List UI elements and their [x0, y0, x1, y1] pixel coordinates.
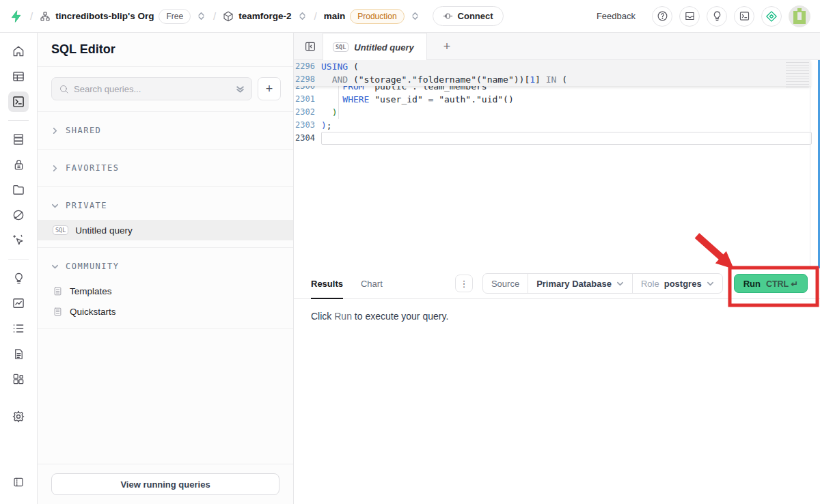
- line-number: 2301: [294, 93, 321, 106]
- help-button[interactable]: [652, 6, 672, 27]
- section-shared-label: SHARED: [66, 126, 101, 135]
- rail-divider: [8, 120, 29, 121]
- plan-badge: Free: [159, 9, 191, 24]
- project-name: teamforge-2: [238, 11, 291, 21]
- tab-label: Untitled query: [354, 42, 413, 53]
- supabase-bolt-icon[interactable]: [10, 8, 23, 25]
- hint-lightbulb-icon: [711, 10, 723, 22]
- new-query-button[interactable]: +: [258, 77, 281, 100]
- chevron-down-icon: [51, 263, 59, 270]
- role-label: Role: [641, 279, 659, 289]
- breadcrumb-separator: /: [29, 10, 34, 22]
- section-community[interactable]: COMMUNITY: [38, 252, 293, 281]
- home-icon[interactable]: [8, 41, 29, 61]
- tab-results[interactable]: Results: [311, 268, 343, 299]
- logs-list-icon[interactable]: [8, 318, 29, 339]
- role-select[interactable]: Role postgres: [632, 274, 722, 293]
- org-switcher-chevrons[interactable]: [196, 12, 206, 20]
- sticky-scroll-lines: 2296USING (2298 AND ("storage"."folderna…: [294, 60, 810, 86]
- realtime-cursor-icon[interactable]: [8, 230, 29, 251]
- section-private[interactable]: PRIVATE: [38, 191, 293, 220]
- inbox-icon: [684, 10, 696, 22]
- query-list-item[interactable]: SQL Untitled query: [38, 220, 293, 240]
- empty-state-suffix: to execute your query.: [352, 311, 448, 322]
- source-label: Source: [491, 279, 519, 289]
- database-icon[interactable]: [8, 129, 29, 150]
- integrations-icon[interactable]: [8, 369, 29, 389]
- database-select[interactable]: Primary Database: [528, 274, 632, 293]
- branch-switcher-chevrons[interactable]: [410, 12, 420, 20]
- connect-button[interactable]: Connect: [433, 6, 504, 26]
- view-running-queries-button[interactable]: View running queries: [51, 473, 279, 495]
- tab-chart[interactable]: Chart: [361, 268, 383, 299]
- section-private-label: PRIVATE: [66, 201, 107, 210]
- code-line-2298[interactable]: 2298 AND ("storage"."foldername"("name")…: [294, 73, 810, 86]
- settings-gear-icon[interactable]: [8, 406, 29, 427]
- code-line-2302[interactable]: 2302 ): [294, 106, 820, 119]
- advisors-lightbulb-icon[interactable]: [8, 268, 29, 288]
- auth-lock-icon[interactable]: [8, 154, 29, 175]
- more-options-button[interactable]: ⋮: [455, 275, 473, 292]
- database-value: Primary Database: [536, 279, 612, 289]
- run-button[interactable]: Run CTRL ↵: [734, 274, 808, 293]
- line-number: 2303: [294, 119, 321, 132]
- community-item-quickstarts[interactable]: Quickstarts: [38, 301, 293, 322]
- empty-state-prefix: Click: [311, 311, 334, 322]
- search-queries-box[interactable]: [51, 77, 252, 100]
- section-shared[interactable]: SHARED: [38, 112, 293, 149]
- plug-icon: [443, 11, 453, 21]
- storage-folder-icon[interactable]: [8, 180, 29, 200]
- feedback-button[interactable]: Feedback: [587, 11, 645, 21]
- collapse-panel-icon[interactable]: [8, 472, 29, 492]
- sort-chevrons-icon[interactable]: [236, 85, 245, 94]
- hint-button[interactable]: [707, 6, 727, 27]
- breadcrumb-separator: /: [313, 10, 318, 22]
- document-icon: [53, 307, 63, 317]
- code-line-2303[interactable]: 2303);: [294, 119, 820, 132]
- avatar[interactable]: [789, 5, 810, 27]
- community-item-templates[interactable]: Templates: [38, 281, 293, 301]
- results-empty-state: Click Run to execute your query.: [294, 299, 820, 504]
- edge-functions-icon[interactable]: [8, 205, 29, 225]
- breadcrumb-separator: /: [212, 10, 217, 22]
- code-line-2296[interactable]: 2296USING (: [294, 60, 810, 73]
- api-docs-icon[interactable]: [8, 344, 29, 364]
- command-button[interactable]: [734, 6, 754, 27]
- chevron-down-icon: [707, 280, 714, 288]
- sql-editor-icon[interactable]: [8, 92, 29, 112]
- command-terminal-icon: [739, 10, 750, 22]
- run-label: Run: [743, 279, 761, 289]
- project-switcher-chevrons[interactable]: [297, 12, 308, 20]
- breadcrumb-branch[interactable]: main Production: [324, 9, 405, 24]
- sql-badge: SQL: [53, 225, 68, 235]
- section-favorites[interactable]: FAVORITES: [38, 150, 293, 186]
- reports-chart-icon[interactable]: [8, 293, 29, 313]
- line-number: 2304: [294, 132, 321, 145]
- source-segment[interactable]: Source: [483, 274, 528, 293]
- tab-untitled-query[interactable]: SQL Untitled query: [323, 33, 427, 61]
- status-diamond-icon: [765, 10, 778, 23]
- org-name: tincredibots-blip's Org: [55, 11, 154, 21]
- table-editor-icon[interactable]: [8, 66, 29, 87]
- collapse-sidebar-icon[interactable]: [301, 38, 319, 55]
- editor-main: SQL Untitled query + 2300 FROM "public".…: [294, 33, 820, 504]
- minimap[interactable]: [786, 60, 809, 87]
- sql-badge: SQL: [333, 42, 348, 52]
- chevron-down-icon: [616, 280, 624, 288]
- minimap-separator: [810, 60, 810, 268]
- breadcrumb-org[interactable]: tincredibots-blip's Org Free: [40, 9, 191, 24]
- section-community-label: COMMUNITY: [66, 262, 120, 271]
- code-line-2301[interactable]: 2301 WHERE "user_id" = "auth"."uid"(): [294, 93, 820, 106]
- sql-code-editor[interactable]: 2300 FROM "public"."team_members"2301 WH…: [294, 60, 820, 268]
- search-queries-input[interactable]: [74, 84, 231, 94]
- breadcrumb-project[interactable]: teamforge-2: [223, 11, 291, 22]
- status-button[interactable]: [761, 6, 782, 27]
- community-item-label: Templates: [70, 286, 112, 296]
- empty-state-run-word: Run: [334, 311, 352, 322]
- code-line-2304[interactable]: 2304: [294, 132, 820, 145]
- rail-divider: [8, 259, 29, 260]
- new-tab-button[interactable]: +: [439, 38, 455, 55]
- inbox-button[interactable]: [679, 6, 700, 27]
- role-value: postgres: [664, 279, 702, 289]
- environment-badge: Production: [350, 9, 404, 24]
